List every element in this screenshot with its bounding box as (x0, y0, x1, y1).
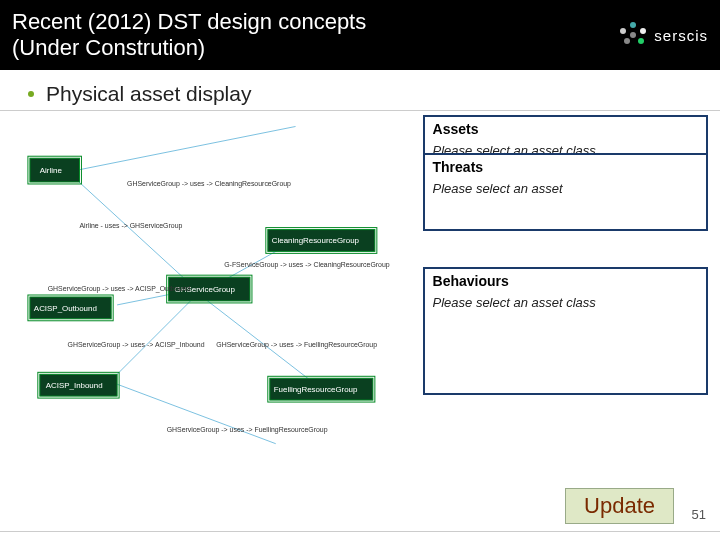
edge-label: GHServiceGroup -> uses -> ACISP_Outbound (48, 285, 191, 293)
svg-line-1 (73, 176, 192, 285)
panel-threats-body: Please select an asset (425, 179, 706, 204)
edge-label: GHServiceGroup -> uses -> FuellingResour… (216, 341, 377, 349)
svg-line-4 (117, 300, 191, 374)
diagram-canvas: Airline GHServiceGroup ACISP_Outbound AC… (18, 115, 415, 475)
title-bar: Recent (2012) DST design concepts (Under… (0, 0, 720, 70)
panel-threats-title: Threats (425, 155, 706, 179)
node-acisp-outbound[interactable]: ACISP_Outbound (28, 295, 113, 321)
node-fuelling[interactable]: FuellingResourceGroup (268, 376, 375, 402)
page-number: 51 (692, 507, 706, 522)
panel-assets-title: Assets (425, 117, 706, 141)
title-line-1: Recent (2012) DST design concepts (12, 9, 366, 34)
svg-line-6 (117, 384, 276, 443)
edge-label: Airline - uses -> GHServiceGroup (79, 222, 182, 230)
node-acisp-inbound[interactable]: ACISP_Inbound (38, 372, 119, 398)
bullet-text: Physical asset display (46, 82, 251, 106)
svg-text:Airline: Airline (40, 166, 63, 175)
edge-label: G-FServiceGroup -> uses -> CleaningResou… (224, 261, 390, 269)
bullet-item: Physical asset display (0, 70, 720, 111)
panel-behaviours-title: Behaviours (425, 269, 706, 293)
svg-text:ACISP_Inbound: ACISP_Inbound (46, 381, 103, 390)
bullet-icon (28, 91, 34, 97)
slide-title: Recent (2012) DST design concepts (Under… (12, 9, 366, 62)
svg-text:FuellingResourceGroup: FuellingResourceGroup (274, 385, 358, 394)
svg-line-0 (73, 126, 296, 171)
svg-text:CleaningResourceGroup: CleaningResourceGroup (272, 236, 360, 245)
title-line-2: (Under Constrution) (12, 35, 205, 60)
svg-text:ACISP_Outbound: ACISP_Outbound (34, 304, 97, 313)
edge-label: GHServiceGroup -> uses -> ACISP_Inbound (68, 341, 205, 349)
logo-text: serscis (654, 27, 708, 44)
node-cleaning[interactable]: CleaningResourceGroup (266, 228, 377, 254)
edge-label: GHServiceGroup -> uses -> CleaningResour… (127, 180, 291, 188)
update-button[interactable]: Update (565, 488, 674, 524)
footer-divider (0, 531, 720, 532)
brand-logo: serscis (618, 20, 708, 50)
edge-label: GHServiceGroup -> uses -> FuellingResour… (167, 426, 328, 434)
panel-behaviours-body: Please select an asset class (425, 293, 706, 318)
node-airline[interactable]: Airline (28, 156, 82, 184)
logo-icon (618, 20, 648, 50)
side-panels: Assets Please select an asset class Thre… (423, 115, 708, 475)
panel-threats[interactable]: Threats Please select an asset (423, 153, 708, 231)
panel-behaviours[interactable]: Behaviours Please select an asset class (423, 267, 708, 395)
